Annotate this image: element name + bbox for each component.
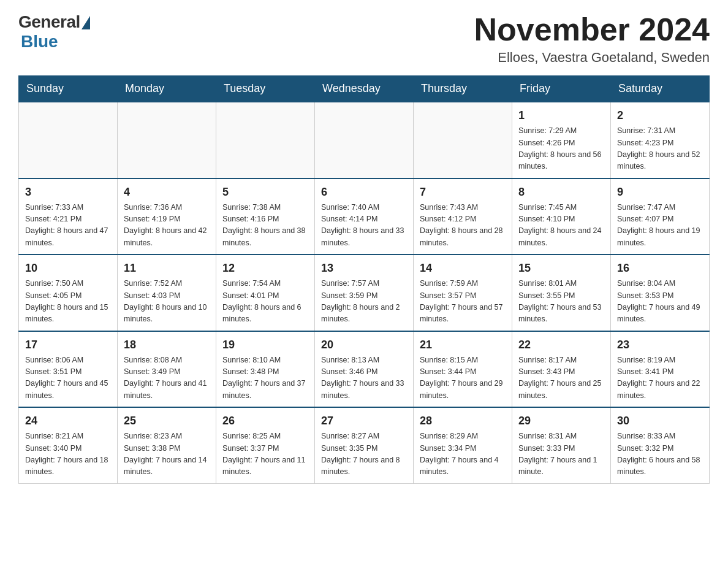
calendar-header-row: SundayMondayTuesdayWednesdayThursdayFrid… (19, 76, 710, 102)
day-info: Sunrise: 8:15 AMSunset: 3:44 PMDaylight:… (420, 354, 506, 402)
week-row-4: 17Sunrise: 8:06 AMSunset: 3:51 PMDayligh… (19, 331, 710, 408)
calendar-cell: 22Sunrise: 8:17 AMSunset: 3:43 PMDayligh… (512, 331, 611, 408)
calendar-cell: 14Sunrise: 7:59 AMSunset: 3:57 PMDayligh… (414, 255, 512, 331)
day-info: Sunrise: 7:59 AMSunset: 3:57 PMDaylight:… (420, 278, 506, 326)
calendar-cell: 4Sunrise: 7:36 AMSunset: 4:19 PMDaylight… (118, 178, 216, 255)
day-info: Sunrise: 7:45 AMSunset: 4:10 PMDaylight:… (518, 202, 604, 250)
calendar-cell: 29Sunrise: 8:31 AMSunset: 3:33 PMDayligh… (512, 407, 611, 483)
day-number: 28 (420, 413, 506, 429)
day-number: 23 (617, 337, 703, 353)
calendar-cell: 8Sunrise: 7:45 AMSunset: 4:10 PMDaylight… (512, 178, 611, 255)
calendar-cell (19, 102, 118, 178)
logo-triangle-icon (82, 16, 90, 29)
day-number: 21 (420, 337, 506, 353)
week-row-3: 10Sunrise: 7:50 AMSunset: 4:05 PMDayligh… (19, 255, 710, 331)
calendar-cell (118, 102, 216, 178)
calendar-cell: 3Sunrise: 7:33 AMSunset: 4:21 PMDaylight… (19, 178, 118, 255)
calendar-cell: 7Sunrise: 7:43 AMSunset: 4:12 PMDaylight… (414, 178, 512, 255)
calendar-header-tuesday: Tuesday (216, 76, 315, 102)
logo: General Blue (18, 12, 90, 52)
calendar-cell: 9Sunrise: 7:47 AMSunset: 4:07 PMDaylight… (611, 178, 710, 255)
day-number: 13 (321, 260, 407, 277)
title-section: November 2024 Elloes, Vaestra Goetaland,… (474, 12, 710, 66)
calendar-cell: 23Sunrise: 8:19 AMSunset: 3:41 PMDayligh… (611, 331, 710, 408)
day-info: Sunrise: 7:40 AMSunset: 4:14 PMDaylight:… (321, 202, 407, 250)
calendar-cell (315, 102, 414, 178)
day-number: 10 (25, 260, 111, 277)
day-number: 8 (518, 184, 604, 201)
calendar-cell: 26Sunrise: 8:25 AMSunset: 3:37 PMDayligh… (216, 407, 315, 483)
day-number: 18 (124, 337, 210, 353)
day-info: Sunrise: 8:23 AMSunset: 3:38 PMDaylight:… (124, 431, 210, 478)
day-info: Sunrise: 8:10 AMSunset: 3:48 PMDaylight:… (222, 354, 308, 402)
day-info: Sunrise: 8:29 AMSunset: 3:34 PMDaylight:… (420, 431, 506, 478)
day-info: Sunrise: 7:43 AMSunset: 4:12 PMDaylight:… (420, 202, 506, 250)
calendar-cell: 28Sunrise: 8:29 AMSunset: 3:34 PMDayligh… (414, 407, 512, 483)
calendar-cell: 30Sunrise: 8:33 AMSunset: 3:32 PMDayligh… (611, 407, 710, 483)
day-info: Sunrise: 8:01 AMSunset: 3:55 PMDaylight:… (518, 278, 604, 326)
day-number: 16 (617, 260, 703, 277)
day-number: 15 (518, 260, 604, 277)
day-number: 9 (617, 184, 703, 201)
day-info: Sunrise: 7:47 AMSunset: 4:07 PMDaylight:… (617, 202, 703, 250)
day-number: 24 (25, 413, 111, 429)
day-number: 30 (617, 413, 703, 429)
day-info: Sunrise: 7:52 AMSunset: 4:03 PMDaylight:… (124, 278, 210, 326)
calendar-header-sunday: Sunday (19, 76, 118, 102)
day-info: Sunrise: 8:31 AMSunset: 3:33 PMDaylight:… (518, 431, 604, 478)
day-number: 4 (124, 184, 210, 201)
day-info: Sunrise: 8:08 AMSunset: 3:49 PMDaylight:… (124, 354, 210, 402)
day-number: 17 (25, 337, 111, 353)
calendar-cell: 24Sunrise: 8:21 AMSunset: 3:40 PMDayligh… (19, 407, 118, 483)
day-info: Sunrise: 8:27 AMSunset: 3:35 PMDaylight:… (321, 431, 407, 478)
page-header: General Blue November 2024 Elloes, Vaest… (18, 12, 710, 66)
calendar-header-saturday: Saturday (611, 76, 710, 102)
day-number: 6 (321, 184, 407, 201)
day-number: 1 (518, 107, 604, 124)
day-info: Sunrise: 8:04 AMSunset: 3:53 PMDaylight:… (617, 278, 703, 326)
day-info: Sunrise: 8:25 AMSunset: 3:37 PMDaylight:… (222, 431, 308, 478)
day-number: 27 (321, 413, 407, 429)
calendar-cell: 16Sunrise: 8:04 AMSunset: 3:53 PMDayligh… (611, 255, 710, 331)
day-number: 12 (222, 260, 308, 277)
day-info: Sunrise: 8:13 AMSunset: 3:46 PMDaylight:… (321, 354, 407, 402)
calendar-cell: 2Sunrise: 7:31 AMSunset: 4:23 PMDaylight… (611, 102, 710, 178)
day-number: 19 (222, 337, 308, 353)
day-info: Sunrise: 7:57 AMSunset: 3:59 PMDaylight:… (321, 278, 407, 326)
day-info: Sunrise: 8:17 AMSunset: 3:43 PMDaylight:… (518, 354, 604, 402)
week-row-5: 24Sunrise: 8:21 AMSunset: 3:40 PMDayligh… (19, 407, 710, 483)
week-row-1: 1Sunrise: 7:29 AMSunset: 4:26 PMDaylight… (19, 102, 710, 178)
day-number: 29 (518, 413, 604, 429)
day-info: Sunrise: 7:36 AMSunset: 4:19 PMDaylight:… (124, 202, 210, 250)
calendar-cell: 15Sunrise: 8:01 AMSunset: 3:55 PMDayligh… (512, 255, 611, 331)
calendar-header-wednesday: Wednesday (315, 76, 414, 102)
day-info: Sunrise: 7:29 AMSunset: 4:26 PMDaylight:… (518, 125, 604, 173)
calendar-cell: 25Sunrise: 8:23 AMSunset: 3:38 PMDayligh… (118, 407, 216, 483)
calendar-cell: 1Sunrise: 7:29 AMSunset: 4:26 PMDaylight… (512, 102, 611, 178)
day-number: 5 (222, 184, 308, 201)
calendar-cell: 27Sunrise: 8:27 AMSunset: 3:35 PMDayligh… (315, 407, 414, 483)
day-info: Sunrise: 7:31 AMSunset: 4:23 PMDaylight:… (617, 125, 703, 173)
location-text: Elloes, Vaestra Goetaland, Sweden (474, 50, 710, 66)
calendar-cell (414, 102, 512, 178)
calendar-cell: 10Sunrise: 7:50 AMSunset: 4:05 PMDayligh… (19, 255, 118, 331)
calendar-header-monday: Monday (118, 76, 216, 102)
day-number: 3 (25, 184, 111, 201)
day-info: Sunrise: 8:06 AMSunset: 3:51 PMDaylight:… (25, 354, 111, 402)
calendar-cell: 5Sunrise: 7:38 AMSunset: 4:16 PMDaylight… (216, 178, 315, 255)
day-number: 2 (617, 107, 703, 124)
day-number: 26 (222, 413, 308, 429)
day-number: 7 (420, 184, 506, 201)
day-info: Sunrise: 7:33 AMSunset: 4:21 PMDaylight:… (25, 202, 111, 250)
month-title: November 2024 (474, 12, 710, 47)
calendar-cell (216, 102, 315, 178)
week-row-2: 3Sunrise: 7:33 AMSunset: 4:21 PMDaylight… (19, 178, 710, 255)
logo-general-text: General (18, 12, 80, 32)
calendar-cell: 19Sunrise: 8:10 AMSunset: 3:48 PMDayligh… (216, 331, 315, 408)
day-info: Sunrise: 7:38 AMSunset: 4:16 PMDaylight:… (222, 202, 308, 250)
day-info: Sunrise: 8:19 AMSunset: 3:41 PMDaylight:… (617, 354, 703, 402)
day-info: Sunrise: 8:33 AMSunset: 3:32 PMDaylight:… (617, 431, 703, 478)
calendar-cell: 20Sunrise: 8:13 AMSunset: 3:46 PMDayligh… (315, 331, 414, 408)
calendar-cell: 21Sunrise: 8:15 AMSunset: 3:44 PMDayligh… (414, 331, 512, 408)
calendar-cell: 6Sunrise: 7:40 AMSunset: 4:14 PMDaylight… (315, 178, 414, 255)
